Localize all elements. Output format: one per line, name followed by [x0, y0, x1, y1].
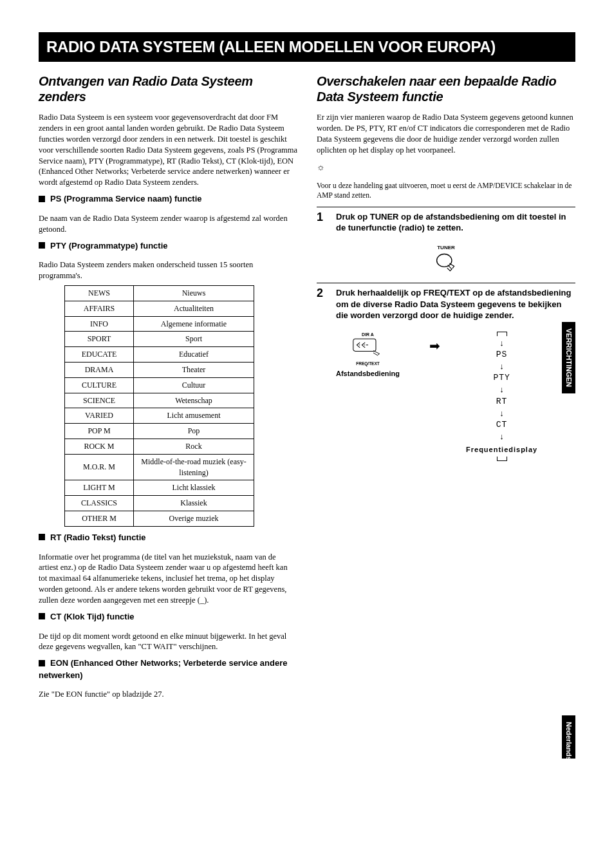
freq-text-button-icon: [353, 338, 384, 356]
arrow-right-icon: ➡: [429, 337, 440, 355]
pty-desc: Licht amusement: [134, 408, 254, 424]
step-2: 2 Druk herhaaldelijk op FREQ/TEXT op de …: [317, 287, 575, 321]
pty-desc: Licht klassiek: [134, 480, 254, 496]
page-title-bar: RADIO DATA SYSTEEM (ALLEEN MODELLEN VOOR…: [39, 32, 575, 62]
table-row: NEWSNieuws: [65, 286, 254, 301]
hint-text: Voor u deze handeling gaat uitvoeren, mo…: [317, 181, 575, 200]
square-bullet-icon: [39, 534, 45, 540]
pty-code: LIGHT M: [65, 480, 134, 496]
left-column: Ontvangen van Radio Data Systeem zenders…: [39, 73, 297, 704]
square-bullet-icon: [39, 242, 45, 249]
pty-desc: Wetenschap: [134, 393, 254, 408]
side-tabs: VERRICHTINGEN Nederlands: [562, 322, 575, 759]
pty-code: AFFAIRS: [65, 301, 134, 316]
pty-desc: Rock: [134, 439, 254, 455]
remote-button-block: DIR A FREQ/TEXT: [336, 332, 400, 366]
right-column: Overschakelen naar een bepaalde Radio Da…: [317, 73, 575, 704]
pty-code: M.O.R. M: [65, 454, 134, 480]
svg-point-0: [437, 254, 452, 267]
pty-desc: Sport: [134, 332, 254, 347]
tuner-button-figure: TUNER: [317, 244, 575, 276]
ct-body: De tijd op dit moment wordt getoond en e…: [39, 631, 297, 653]
pty-code: EDUCATE: [65, 347, 134, 363]
square-bullet-icon: [39, 613, 45, 619]
table-row: SPORTSport: [65, 332, 254, 347]
step-2-text: Druk herhaaldelijk op FREQ/TEXT op de af…: [336, 287, 575, 321]
pty-desc: Actualiteiten: [134, 301, 254, 316]
table-row: CULTURECultuur: [65, 377, 254, 393]
eon-body: Zie "De EON functie" op bladzijde 27.: [39, 689, 297, 700]
tab-nederlands: Nederlands: [562, 715, 575, 759]
pty-code: SCIENCE: [65, 393, 134, 408]
display-sequence: ↓ PS ↓ PTY ↓ RT ↓ CT ↓ Frequentiedisplay: [466, 332, 537, 461]
section-title-left: Ontvangen van Radio Data Systeem zenders: [39, 73, 297, 104]
pty-desc: Theater: [134, 363, 254, 378]
table-row: POP MPop: [65, 424, 254, 439]
intro-right: Er zijn vier manieren waarop de Radio Da…: [317, 112, 575, 156]
pty-code: DRAMA: [65, 363, 134, 378]
pty-desc: Educatief: [134, 347, 254, 363]
rt-heading: RT (Radio Tekst) functie: [39, 532, 297, 543]
pty-desc: Middle-of-the-road muziek (easy-listenin…: [134, 454, 254, 480]
step-1-number: 1: [317, 211, 328, 234]
ps-body: De naam van de Radio Data Systeem zender…: [39, 213, 297, 235]
pty-desc: Cultuur: [134, 377, 254, 393]
table-row: ROCK MRock: [65, 439, 254, 455]
divider: [317, 283, 575, 283]
freq-text-label: FREQ/TEXT: [336, 361, 400, 366]
frequency-display-label: Frequentiedisplay: [466, 445, 537, 455]
dir-a-label: DIR A: [336, 332, 400, 338]
pty-code: ROCK M: [65, 439, 134, 455]
table-row: AFFAIRSActualiteiten: [65, 301, 254, 316]
pty-code: INFO: [65, 316, 134, 332]
pty-code: OTHER M: [65, 511, 134, 527]
tuner-button-icon: [434, 252, 458, 273]
ct-heading: CT (Klok Tijd) functie: [39, 611, 297, 623]
hint-icon: ☼: [317, 161, 575, 174]
remote-caption: Afstandsbediening: [336, 369, 400, 379]
ps-heading: PS (Programma Service naam) functie: [39, 193, 297, 205]
pty-desc: Pop: [134, 424, 254, 439]
square-bullet-icon: [39, 196, 45, 202]
table-row: LIGHT MLicht klassiek: [65, 480, 254, 496]
pty-code: SPORT: [65, 332, 134, 347]
pty-table: NEWSNieuwsAFFAIRSActualiteitenINFOAlgeme…: [64, 285, 254, 527]
table-row: VARIEDLicht amusement: [65, 408, 254, 424]
step-1: 1 Druk op TUNER op de afstandsbediening …: [317, 211, 575, 234]
freq-text-figure: DIR A FREQ/TEXT Afstandsbediening ➡ ↓ PS…: [336, 332, 575, 461]
step-1-text: Druk op TUNER op de afstandsbediening om…: [336, 211, 575, 234]
eon-heading: EON (Enhanced Other Networks; Verbeterde…: [39, 657, 297, 681]
table-row: INFOAlgemene informatie: [65, 316, 254, 332]
section-title-right: Overschakelen naar een bepaalde Radio Da…: [317, 73, 575, 104]
tab-verrichtingen: VERRICHTINGEN: [562, 322, 575, 393]
step-2-number: 2: [317, 287, 328, 321]
table-row: DRAMATheater: [65, 363, 254, 378]
pty-desc: Overige muziek: [134, 511, 254, 527]
pty-code: POP M: [65, 424, 134, 439]
rt-body: Informatie over het programma (de titel …: [39, 552, 297, 606]
pty-desc: Nieuws: [134, 286, 254, 301]
pty-code: CLASSICS: [65, 496, 134, 511]
pty-body: Radio Data Systeem zenders maken ondersc…: [39, 259, 297, 281]
tuner-label: TUNER: [317, 244, 575, 251]
pty-desc: Klassiek: [134, 496, 254, 511]
intro-left: Radio Data Systeem is een systeem voor g…: [39, 112, 297, 188]
pty-desc: Algemene informatie: [134, 316, 254, 332]
pty-heading: PTY (Programmatype) functie: [39, 240, 297, 252]
pty-code: NEWS: [65, 286, 134, 301]
table-row: OTHER MOverige muziek: [65, 511, 254, 527]
page-number: 25: [39, 723, 575, 739]
pty-code: VARIED: [65, 408, 134, 424]
table-row: M.O.R. MMiddle-of-the-road muziek (easy-…: [65, 454, 254, 480]
square-bullet-icon: [39, 660, 45, 666]
table-row: SCIENCEWetenschap: [65, 393, 254, 408]
divider: [317, 207, 575, 207]
table-row: CLASSICSKlassiek: [65, 496, 254, 511]
table-row: EDUCATEEducatief: [65, 347, 254, 363]
pty-code: CULTURE: [65, 377, 134, 393]
